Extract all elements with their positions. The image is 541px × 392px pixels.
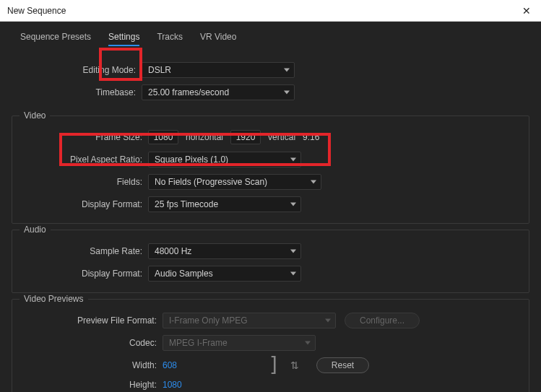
- codec-select: MPEG I-Frame: [163, 335, 316, 351]
- tab-sequence-presets[interactable]: Sequence Presets: [20, 32, 91, 46]
- tab-vr-video[interactable]: VR Video: [200, 32, 236, 46]
- chevron-down-icon: [290, 203, 296, 206]
- audio-dformat-label: Display Format:: [18, 269, 148, 279]
- preview-width-value[interactable]: 608: [163, 360, 264, 370]
- video-legend: Video: [20, 110, 50, 121]
- tab-tracks[interactable]: Tracks: [157, 32, 183, 46]
- codec-label: Codec:: [18, 338, 163, 348]
- chevron-down-icon: [290, 272, 296, 276]
- chevron-down-icon: [290, 250, 296, 253]
- settings-panel: Sequence Presets Settings Tracks VR Vide…: [0, 22, 541, 392]
- fields-label: Fields:: [18, 177, 148, 187]
- chevron-down-icon: [284, 69, 290, 72]
- video-previews-group: Video Previews Preview File Format: I-Fr…: [12, 299, 529, 392]
- par-label: Pixel Aspect Ratio:: [18, 154, 148, 165]
- video-group: Video Frame Size: horizontal vertical 9:…: [12, 116, 529, 224]
- horizontal-label: horizontal: [186, 132, 223, 142]
- aspect-ratio-readout: 9:16: [303, 132, 319, 142]
- bracket-icon: ]: [264, 355, 285, 375]
- chevron-down-icon: [290, 158, 296, 162]
- video-dformat-label: Display Format:: [18, 199, 148, 209]
- tab-bar: Sequence Presets Settings Tracks VR Vide…: [0, 22, 541, 55]
- chevron-down-icon: [284, 91, 290, 95]
- pff-select: I-Frame Only MPEG: [163, 313, 336, 328]
- preview-height-value[interactable]: 1080: [163, 380, 182, 390]
- chevron-down-icon: [305, 341, 311, 345]
- tab-settings[interactable]: Settings: [108, 32, 139, 46]
- editing-mode-select[interactable]: DSLR: [142, 62, 295, 78]
- link-icon[interactable]: ⇅: [285, 360, 305, 371]
- sample-rate-select[interactable]: 48000 Hz: [148, 243, 301, 259]
- sample-rate-label: Sample Rate:: [18, 246, 148, 256]
- sample-rate-value: 48000 Hz: [155, 246, 191, 256]
- par-value: Square Pixels (1.0): [155, 154, 228, 165]
- fields-select[interactable]: No Fields (Progressive Scan): [148, 174, 321, 190]
- chevron-down-icon: [311, 180, 316, 184]
- pff-value: I-Frame Only MPEG: [169, 315, 248, 326]
- audio-group: Audio Sample Rate: 48000 Hz Display Form…: [12, 230, 529, 293]
- timebase-value: 25.00 frames/second: [148, 87, 229, 97]
- par-select[interactable]: Square Pixels (1.0): [148, 152, 301, 167]
- timebase-select[interactable]: 25.00 frames/second: [142, 84, 295, 100]
- close-icon[interactable]: ✕: [518, 4, 535, 18]
- editing-mode-label: Editing Mode:: [0, 65, 142, 75]
- codec-value: MPEG I-Frame: [169, 338, 228, 348]
- audio-dformat-select[interactable]: Audio Samples: [148, 266, 301, 282]
- reset-button[interactable]: Reset: [316, 357, 369, 373]
- preview-width-label: Width:: [18, 360, 163, 370]
- preview-height-label: Height:: [18, 380, 163, 390]
- frame-width-input[interactable]: [148, 130, 178, 144]
- editing-mode-value: DSLR: [148, 65, 171, 75]
- video-dformat-value: 25 fps Timecode: [155, 199, 218, 209]
- window-title: New Sequence: [7, 6, 66, 16]
- titlebar: New Sequence ✕: [0, 0, 541, 22]
- frame-height-input[interactable]: [230, 130, 261, 144]
- audio-dformat-value: Audio Samples: [155, 269, 213, 279]
- video-dformat-select[interactable]: 25 fps Timecode: [148, 196, 301, 212]
- fields-value: No Fields (Progressive Scan): [155, 177, 267, 187]
- previews-legend: Video Previews: [20, 294, 88, 304]
- audio-legend: Audio: [20, 225, 51, 235]
- chevron-down-icon: [325, 319, 331, 323]
- frame-size-label: Frame Size:: [18, 132, 148, 142]
- configure-button: Configure...: [345, 313, 420, 328]
- pff-label: Preview File Format:: [18, 315, 163, 326]
- timebase-label: Timebase:: [0, 87, 142, 97]
- vertical-label: vertical: [268, 132, 295, 142]
